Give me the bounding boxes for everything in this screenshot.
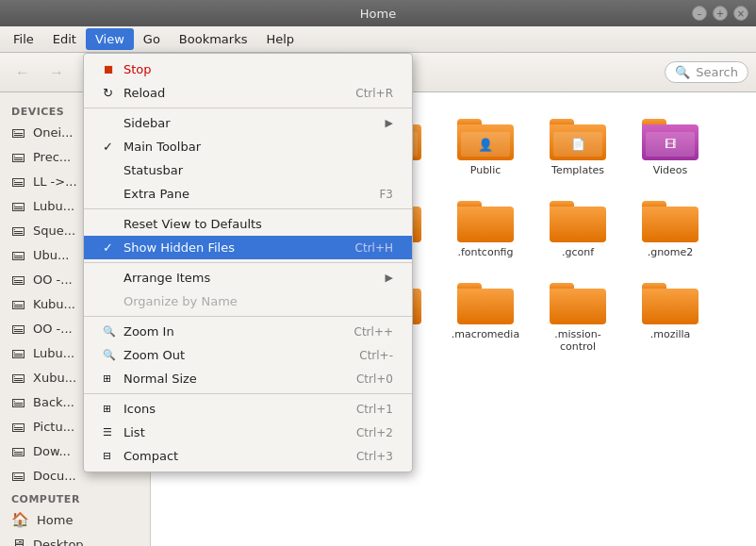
sidebar-icon-5: 🖴 <box>11 246 25 263</box>
separator-1 <box>84 108 412 108</box>
sidebar-icon-1: 🖴 <box>11 148 25 165</box>
menu-bookmarks[interactable]: Bookmarks <box>170 28 257 50</box>
menu-item-sidebar[interactable]: Sidebar ▶ <box>84 111 412 135</box>
separator-4 <box>84 316 412 317</box>
menu-item-normal-size[interactable]: ⊞ Normal Size Ctrl+0 <box>84 367 412 390</box>
menu-item-organize-by-name-label: Organize by Name <box>123 294 393 308</box>
menu-item-zoom-in[interactable]: 🔍 Zoom In Ctrl++ <box>84 320 412 343</box>
maximize-button[interactable]: + <box>713 6 728 21</box>
show-hidden-shortcut: Ctrl+H <box>355 241 393 255</box>
menu-item-list[interactable]: ☰ List Ctrl+2 <box>84 421 412 444</box>
sidebar-icon-0: 🖴 <box>11 124 25 141</box>
menu-item-compact[interactable]: ⊟ Compact Ctrl+3 <box>84 444 412 468</box>
desktop-icon: 🖥 <box>11 536 25 546</box>
file-item-videos[interactable]: 🎞 Videos <box>628 108 713 182</box>
minimize-button[interactable]: – <box>692 6 707 21</box>
menu-item-icons[interactable]: ⊞ Icons Ctrl+1 <box>84 397 412 421</box>
sidebar-icon-14: 🖴 <box>11 467 25 484</box>
menu-view[interactable]: View <box>86 28 134 50</box>
menu-item-stop-label: Stop <box>123 62 393 76</box>
menubar: File Edit View Go Bookmarks Help <box>0 26 756 53</box>
reload-icon: ↻ <box>103 86 120 100</box>
sidebar-icon-3: 🖴 <box>11 197 25 214</box>
menu-item-normal-size-label: Normal Size <box>123 372 337 386</box>
normal-size-shortcut: Ctrl+0 <box>356 372 393 386</box>
normal-size-icon: ⊞ <box>103 372 120 385</box>
menu-item-statusbar[interactable]: Statusbar <box>84 158 412 182</box>
menu-item-arrange-items[interactable]: Arrange Items ▶ <box>84 266 412 290</box>
arrange-arrow: ▶ <box>386 272 393 284</box>
separator-2 <box>84 208 412 209</box>
home-icon: 🏠 <box>11 511 29 528</box>
menu-edit[interactable]: Edit <box>43 28 86 50</box>
menu-item-reset-view[interactable]: Reset View to Defaults <box>84 212 412 236</box>
menu-item-icons-label: Icons <box>123 402 337 416</box>
sidebar-arrow: ▶ <box>386 117 393 129</box>
menu-item-stop[interactable]: ⏹ Stop <box>84 58 412 81</box>
menu-item-show-hidden-label: Show Hidden Files <box>123 240 337 255</box>
menu-item-sidebar-label: Sidebar <box>123 116 386 130</box>
extra-pane-shortcut: F3 <box>379 188 393 201</box>
menu-item-zoom-out-label: Zoom Out <box>123 348 340 362</box>
menu-item-main-toolbar[interactable]: ✓ Main Toolbar <box>84 135 412 158</box>
reload-shortcut: Ctrl+R <box>355 87 393 100</box>
view-dropdown-menu: ⏹ Stop ↻ Reload Ctrl+R Sidebar ▶ ✓ Main … <box>83 53 413 472</box>
sidebar-icon-8: 🖴 <box>11 320 25 337</box>
zoom-out-icon: 🔍 <box>103 349 120 361</box>
menu-item-statusbar-label: Statusbar <box>123 163 393 177</box>
menu-item-reload[interactable]: ↻ Reload Ctrl+R <box>84 81 412 105</box>
file-item-public[interactable]: 👤 Public <box>443 108 528 182</box>
icons-icon: ⊞ <box>103 403 120 415</box>
menu-item-extra-pane[interactable]: Extra Pane F3 <box>84 182 412 206</box>
file-item-fontconfig[interactable]: .fontconfig <box>443 190 528 264</box>
menu-file[interactable]: File <box>4 28 43 50</box>
menu-item-main-toolbar-label: Main Toolbar <box>123 140 393 154</box>
search-icon: 🔍 <box>675 65 690 79</box>
titlebar: Home – + × <box>0 0 756 26</box>
file-item-gconf[interactable]: .gconf <box>535 190 620 264</box>
forward-button[interactable]: → <box>41 58 72 88</box>
list-icon: ☰ <box>103 426 120 438</box>
sidebar-icon-9: 🖴 <box>11 344 25 361</box>
back-button[interactable]: ← <box>8 58 38 88</box>
close-button[interactable]: × <box>733 6 748 21</box>
search-box[interactable]: 🔍 Search <box>665 61 748 83</box>
file-item-templates[interactable]: 📄 Templates <box>535 108 620 182</box>
menu-item-arrange-items-label: Arrange Items <box>123 271 386 285</box>
menu-item-organize-by-name: Organize by Name <box>84 290 412 313</box>
zoom-out-shortcut: Ctrl+- <box>359 349 393 362</box>
zoom-in-shortcut: Ctrl++ <box>354 325 393 339</box>
sidebar-icon-6: 🖴 <box>11 271 25 288</box>
menu-go[interactable]: Go <box>134 28 170 50</box>
compact-icon: ⊟ <box>103 450 120 462</box>
icons-shortcut: Ctrl+1 <box>356 403 393 416</box>
sidebar-icon-11: 🖴 <box>11 393 25 410</box>
search-label: Search <box>696 65 738 79</box>
sidebar-icon-10: 🖴 <box>11 369 25 386</box>
sidebar-section-computer: Computer <box>0 488 150 507</box>
menu-item-show-hidden[interactable]: ✓ Show Hidden Files Ctrl+H <box>84 236 412 259</box>
menu-item-compact-label: Compact <box>123 449 337 463</box>
file-item-macromedia[interactable]: .macromedia <box>443 272 528 358</box>
zoom-in-icon: 🔍 <box>103 325 120 338</box>
stop-icon: ⏹ <box>103 62 120 76</box>
compact-shortcut: Ctrl+3 <box>356 450 393 463</box>
window-controls: – + × <box>692 6 748 21</box>
sidebar-item-home[interactable]: 🏠 Home <box>0 507 150 532</box>
file-item-mozilla[interactable]: .mozilla <box>628 272 713 358</box>
sidebar-icon-4: 🖴 <box>11 222 25 239</box>
file-item-gnome2[interactable]: .gnome2 <box>628 190 713 264</box>
sidebar-icon-2: 🖴 <box>11 173 25 190</box>
sidebar-item-desktop[interactable]: 🖥 Desktop <box>0 532 150 546</box>
menu-help[interactable]: Help <box>256 28 304 50</box>
menu-item-zoom-out[interactable]: 🔍 Zoom Out Ctrl+- <box>84 343 412 367</box>
menu-item-reload-label: Reload <box>123 86 337 100</box>
sidebar-icon-13: 🖴 <box>11 442 25 459</box>
main-toolbar-check: ✓ <box>103 140 120 154</box>
window-title: Home <box>360 7 396 21</box>
show-hidden-check: ✓ <box>103 240 120 255</box>
file-item-mission-control[interactable]: .mission-control <box>535 272 620 358</box>
sidebar-icon-7: 🖴 <box>11 295 25 312</box>
menu-item-zoom-in-label: Zoom In <box>123 324 336 339</box>
menu-item-reset-view-label: Reset View to Defaults <box>123 217 393 231</box>
